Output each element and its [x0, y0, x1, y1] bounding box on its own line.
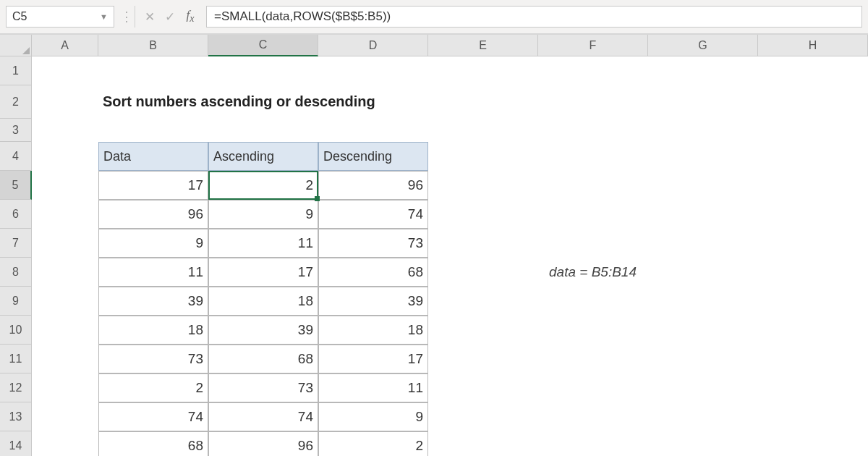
- cell-E6[interactable]: [428, 200, 538, 229]
- cell-D13[interactable]: 9: [318, 402, 428, 431]
- cell-D6[interactable]: 74: [318, 200, 428, 229]
- cell-D14[interactable]: 2: [318, 431, 428, 456]
- cell-E13[interactable]: [428, 402, 538, 431]
- row-header-3[interactable]: 3: [0, 119, 32, 142]
- cell-D4[interactable]: Descending: [318, 142, 428, 171]
- cell-B2[interactable]: Sort numbers ascending or descending: [98, 85, 648, 119]
- col-header-D[interactable]: D: [318, 35, 428, 56]
- cell-F5[interactable]: [538, 171, 648, 200]
- row-header-11[interactable]: 11: [0, 345, 32, 373]
- cell-F13[interactable]: [538, 402, 648, 431]
- cell-H3[interactable]: [758, 119, 868, 142]
- cell-B10[interactable]: 18: [98, 316, 208, 345]
- cell-G6[interactable]: [648, 200, 758, 229]
- cell-F6[interactable]: [538, 200, 648, 229]
- cell-F1[interactable]: [538, 56, 648, 85]
- cell-H14[interactable]: [758, 431, 868, 456]
- formula-input[interactable]: =SMALL(data,ROWS($B$5:B5)): [206, 6, 862, 28]
- cell-F11[interactable]: [538, 345, 648, 373]
- cell-B3[interactable]: [98, 119, 208, 142]
- row-header-6[interactable]: 6: [0, 200, 32, 229]
- cell-E14[interactable]: [428, 431, 538, 456]
- row-header-2[interactable]: 2: [0, 85, 32, 119]
- cell-C14[interactable]: 96: [208, 431, 318, 456]
- cell-A10[interactable]: [32, 316, 98, 345]
- cell-F10[interactable]: [538, 316, 648, 345]
- cell-D12[interactable]: 11: [318, 373, 428, 402]
- cell-C6[interactable]: 9: [208, 200, 318, 229]
- cell-A5[interactable]: [32, 171, 98, 200]
- cell-A12[interactable]: [32, 373, 98, 402]
- cell-E8[interactable]: [428, 258, 538, 287]
- cell-G3[interactable]: [648, 119, 758, 142]
- cancel-icon[interactable]: ✕: [140, 9, 160, 25]
- row-header-7[interactable]: 7: [0, 229, 32, 258]
- cell-E4[interactable]: [428, 142, 538, 171]
- cell-G5[interactable]: [648, 171, 758, 200]
- cell-G4[interactable]: [648, 142, 758, 171]
- cell-E1[interactable]: [428, 56, 538, 85]
- cell-F14[interactable]: [538, 431, 648, 456]
- cell-B7[interactable]: 9: [98, 229, 208, 258]
- cell-C1[interactable]: [208, 56, 318, 85]
- row-header-14[interactable]: 14: [0, 431, 32, 456]
- cell-E9[interactable]: [428, 287, 538, 316]
- cell-A3[interactable]: [32, 119, 98, 142]
- cell-H9[interactable]: [758, 287, 868, 316]
- cell-A14[interactable]: [32, 431, 98, 456]
- cell-B8[interactable]: 11: [98, 258, 208, 287]
- drag-handle-icon[interactable]: ⋮: [120, 9, 130, 25]
- cell-G11[interactable]: [648, 345, 758, 373]
- col-header-A[interactable]: A: [32, 35, 98, 56]
- col-header-B[interactable]: B: [98, 35, 208, 56]
- cell-C9[interactable]: 18: [208, 287, 318, 316]
- row-header-4[interactable]: 4: [0, 142, 32, 171]
- cell-H6[interactable]: [758, 200, 868, 229]
- cell-D7[interactable]: 73: [318, 229, 428, 258]
- cell-B1[interactable]: [98, 56, 208, 85]
- cell-C13[interactable]: 74: [208, 402, 318, 431]
- cell-F4[interactable]: [538, 142, 648, 171]
- cell-G1[interactable]: [648, 56, 758, 85]
- cell-A8[interactable]: [32, 258, 98, 287]
- cell-E10[interactable]: [428, 316, 538, 345]
- cell-D8[interactable]: 68: [318, 258, 428, 287]
- cell-D1[interactable]: [318, 56, 428, 85]
- col-header-G[interactable]: G: [648, 35, 758, 56]
- cell-B6[interactable]: 96: [98, 200, 208, 229]
- cell-H5[interactable]: [758, 171, 868, 200]
- cell-E7[interactable]: [428, 229, 538, 258]
- cell-A9[interactable]: [32, 287, 98, 316]
- cell-F7[interactable]: [538, 229, 648, 258]
- cell-C10[interactable]: 39: [208, 316, 318, 345]
- cell-D10[interactable]: 18: [318, 316, 428, 345]
- cell-H4[interactable]: [758, 142, 868, 171]
- col-header-E[interactable]: E: [428, 35, 538, 56]
- row-header-13[interactable]: 13: [0, 402, 32, 431]
- cell-C5[interactable]: 2: [208, 171, 318, 200]
- cell-G7[interactable]: [648, 229, 758, 258]
- cell-C8[interactable]: 17: [208, 258, 318, 287]
- cell-B13[interactable]: 74: [98, 402, 208, 431]
- cell-H12[interactable]: [758, 373, 868, 402]
- cell-B14[interactable]: 68: [98, 431, 208, 456]
- chevron-down-icon[interactable]: ▼: [100, 12, 108, 21]
- cell-F8[interactable]: data = B5:B14: [538, 258, 648, 287]
- cell-C3[interactable]: [208, 119, 318, 142]
- cell-H10[interactable]: [758, 316, 868, 345]
- row-header-10[interactable]: 10: [0, 316, 32, 345]
- cell-H1[interactable]: [758, 56, 868, 85]
- cell-H8[interactable]: [758, 258, 868, 287]
- cell-A6[interactable]: [32, 200, 98, 229]
- row-header-9[interactable]: 9: [0, 287, 32, 316]
- col-header-H[interactable]: H: [758, 35, 868, 56]
- cell-G12[interactable]: [648, 373, 758, 402]
- col-header-F[interactable]: F: [538, 35, 648, 56]
- row-header-5[interactable]: 5: [0, 171, 32, 200]
- cell-A11[interactable]: [32, 345, 98, 373]
- cell-D11[interactable]: 17: [318, 345, 428, 373]
- cell-B11[interactable]: 73: [98, 345, 208, 373]
- row-header-8[interactable]: 8: [0, 258, 32, 287]
- select-all-corner[interactable]: [0, 35, 32, 56]
- cell-G10[interactable]: [648, 316, 758, 345]
